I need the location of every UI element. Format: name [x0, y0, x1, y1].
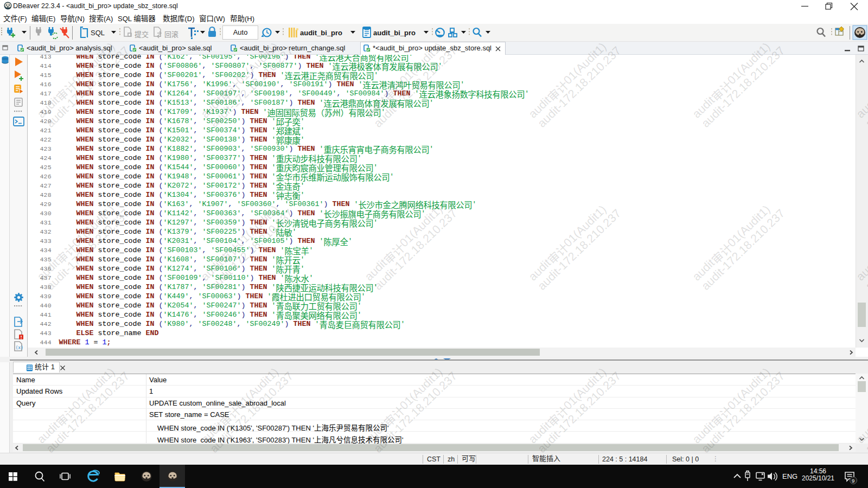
svg-text:ENG: ENG — [782, 472, 797, 480]
svg-text:(x): (x) — [16, 345, 23, 350]
svg-text:9: 9 — [852, 478, 854, 484]
